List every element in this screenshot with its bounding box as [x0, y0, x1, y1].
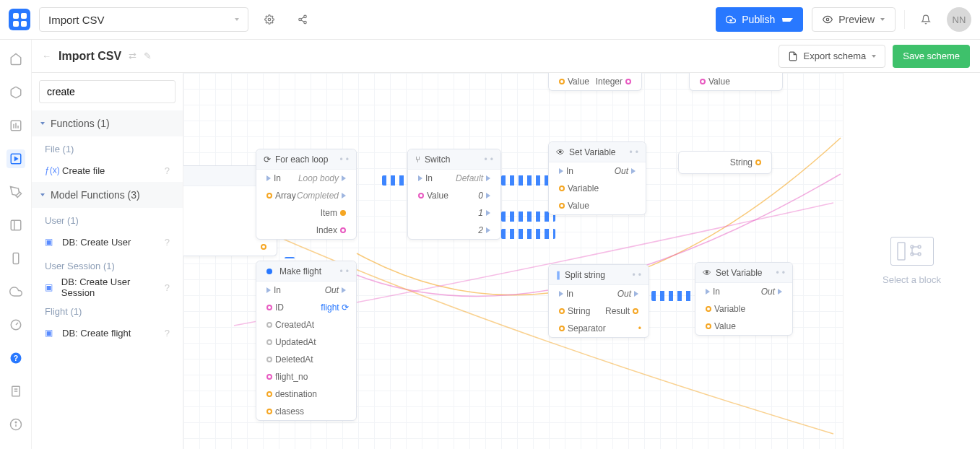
- rail-box-icon[interactable]: [6, 83, 25, 102]
- rail-flow-icon[interactable]: [6, 149, 25, 168]
- inspector-placeholder-icon: [890, 237, 934, 266]
- content-area: ← Import CSV ⇄ ✎ Export schema Save sche…: [32, 40, 980, 449]
- dot-icon: [266, 269, 272, 274]
- user-sublabel: User (1): [32, 208, 183, 230]
- help-icon: ?: [165, 237, 170, 248]
- save-scheme-button[interactable]: Save scheme: [893, 45, 970, 68]
- user-avatar[interactable]: NN: [947, 7, 971, 32]
- db-icon: ▣: [45, 282, 56, 292]
- app-logo[interactable]: [9, 9, 30, 30]
- project-name: Import CSV: [48, 14, 105, 26]
- rail-gauge-icon[interactable]: [6, 315, 25, 334]
- rail-doc-icon[interactable]: [6, 382, 25, 401]
- create-file-item[interactable]: ƒ(x) Create file ?: [32, 159, 183, 182]
- inspector-panel: Select a block: [843, 73, 980, 449]
- svg-point-2: [299, 18, 302, 21]
- node-string-out[interactable]: String: [678, 151, 772, 174]
- svg-point-4: [826, 18, 829, 21]
- file-sublabel: File (1): [32, 136, 183, 159]
- node-for-each-loop[interactable]: ⟳For each loop•• InLoop body ArrayComple…: [256, 149, 357, 240]
- chevron-down-icon: [40, 122, 45, 125]
- preview-button[interactable]: Preview: [812, 7, 896, 32]
- rail-info-icon[interactable]: [6, 415, 25, 434]
- help-icon: ?: [165, 282, 170, 293]
- eye-icon: 👁: [703, 268, 711, 278]
- node-split-string[interactable]: ∥Split string•• InOut StringResult Separ…: [548, 264, 649, 338]
- rail-help-icon[interactable]: ?: [6, 349, 25, 367]
- share-icon[interactable]: [290, 7, 315, 32]
- model-functions-group-header[interactable]: Model Functions (3): [32, 182, 183, 208]
- flow-canvas[interactable]: • ValueInteger Value ⟳For each loop•• In…: [183, 73, 843, 449]
- rail-layout-icon[interactable]: [6, 216, 25, 235]
- back-arrow-icon[interactable]: ←: [42, 51, 51, 61]
- chevron-down-icon: [880, 18, 885, 21]
- db-icon: ▣: [45, 237, 56, 247]
- db-icon: ▣: [45, 328, 56, 338]
- flow-connector: [501, 212, 555, 222]
- node-partial-top-2[interactable]: Value: [689, 73, 783, 91]
- notifications-bell-icon[interactable]: [914, 7, 938, 32]
- svg-rect-10: [13, 253, 19, 264]
- sub-header: ← Import CSV ⇄ ✎ Export schema Save sche…: [32, 40, 980, 73]
- svg-rect-20: [898, 243, 905, 260]
- flight-sublabel: Flight (1): [32, 299, 183, 321]
- chevron-down-icon: [872, 55, 876, 58]
- sync-icon[interactable]: ⇄: [129, 51, 136, 61]
- blocks-sidebar: Functions (1) File (1) ƒ(x) Create file …: [32, 73, 183, 449]
- db-create-flight-item[interactable]: ▣ DB: Create flight ?: [32, 321, 183, 344]
- project-selector[interactable]: Import CSV: [39, 7, 248, 32]
- node-partial-top[interactable]: ValueInteger: [548, 73, 642, 91]
- rail-pen-icon[interactable]: [6, 183, 25, 201]
- function-icon: ƒ(x): [45, 165, 56, 175]
- db-create-session-item[interactable]: ▣ DB: Create User Session ?: [32, 276, 183, 299]
- node-set-variable-2[interactable]: 👁Set Variable•• InOut Variable Value: [695, 262, 793, 336]
- publish-label: Publish: [742, 14, 775, 25]
- flow-connector: [651, 291, 695, 301]
- help-icon: ?: [165, 328, 170, 339]
- flow-connector: [501, 175, 555, 186]
- rail-mobile-icon[interactable]: [6, 249, 25, 268]
- inspector-placeholder-text: Select a block: [883, 274, 941, 285]
- db-create-user-item[interactable]: ▣ DB: Create User ?: [32, 230, 183, 253]
- page-title: Import CSV: [58, 50, 121, 63]
- svg-point-3: [304, 21, 307, 24]
- svg-point-1: [304, 15, 307, 18]
- svg-rect-8: [11, 220, 21, 230]
- chevron-down-icon: [235, 18, 239, 21]
- search-input[interactable]: [47, 86, 168, 97]
- chevron-down-icon: [40, 193, 45, 196]
- functions-group-header[interactable]: Functions (1): [32, 110, 183, 136]
- loop-icon: ⟳: [264, 154, 271, 165]
- rail-cloud-icon[interactable]: [6, 282, 25, 301]
- node-set-variable-1[interactable]: 👁Set Variable•• InOut Variable Value: [548, 141, 646, 215]
- split-icon: ∥: [556, 270, 560, 280]
- rail-metrics-icon[interactable]: [6, 116, 25, 135]
- help-icon: ?: [165, 165, 170, 176]
- rail-home-icon[interactable]: [6, 50, 25, 69]
- export-schema-button[interactable]: Export schema: [779, 45, 886, 68]
- svg-point-19: [15, 422, 17, 423]
- search-input-wrapper[interactable]: [39, 80, 175, 103]
- settings-gear-icon[interactable]: [257, 7, 282, 32]
- flow-connector: [501, 229, 555, 239]
- svg-point-0: [268, 18, 271, 21]
- eye-icon: 👁: [556, 147, 565, 157]
- switch-icon: ⑂: [415, 154, 420, 165]
- session-sublabel: User Session (1): [32, 253, 183, 276]
- node-switch[interactable]: ⑂Switch•• InDefault Value0 1 2: [407, 149, 501, 240]
- preview-label: Preview: [838, 14, 875, 25]
- svg-marker-7: [14, 157, 17, 161]
- top-bar: Import CSV Publish Preview NN: [0, 0, 980, 40]
- publish-button[interactable]: Publish: [716, 7, 803, 32]
- svg-text:?: ?: [13, 354, 17, 362]
- edit-icon[interactable]: ✎: [144, 51, 152, 61]
- node-make-flight[interactable]: Make flight•• InOut IDflight ⟳ CreatedAt…: [256, 261, 357, 421]
- left-rail: ?: [0, 40, 32, 449]
- chevron-down-icon: [782, 18, 793, 22]
